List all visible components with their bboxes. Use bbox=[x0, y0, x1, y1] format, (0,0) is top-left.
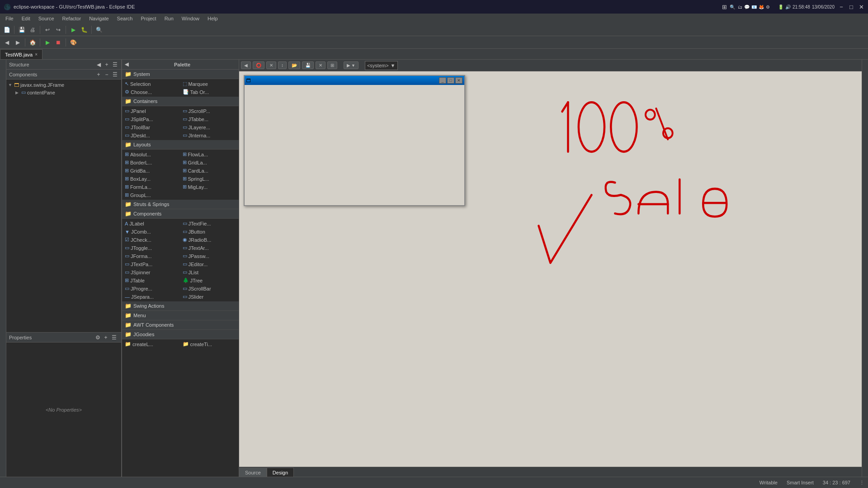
palette-flowla[interactable]: ⊞ FlowLa... bbox=[181, 150, 238, 158]
design-tab[interactable]: Design bbox=[267, 468, 294, 477]
palette-miglay[interactable]: ⊞ MigLay... bbox=[181, 183, 238, 191]
palette-jlist[interactable]: ▭ JList bbox=[181, 268, 238, 276]
debug-button[interactable]: 🐛 bbox=[79, 25, 89, 35]
run-button[interactable]: ▶ bbox=[68, 25, 78, 35]
palette-section-components[interactable]: 📁 Components bbox=[122, 209, 239, 219]
print-button[interactable]: 🖨 bbox=[28, 25, 38, 35]
jframe-minimize-btn[interactable]: _ bbox=[439, 77, 446, 84]
palette-btn[interactable]: 🎨 bbox=[68, 38, 78, 47]
forward-button[interactable]: ▶ bbox=[13, 38, 23, 47]
palette-jdeskt[interactable]: ▭ JDeskt... bbox=[123, 131, 180, 139]
tb-run[interactable]: ▶ bbox=[42, 38, 52, 47]
palette-groupl[interactable]: ⊞ GroupL... bbox=[123, 191, 180, 199]
palette-item-marquee[interactable]: ⬚ Marquee bbox=[181, 80, 238, 88]
add-component-btn[interactable]: + bbox=[95, 71, 102, 78]
palette-jsepara[interactable]: — JSepara... bbox=[123, 293, 180, 300]
canvas-fullscreen-btn[interactable]: ⊞ bbox=[327, 61, 337, 69]
palette-cardla[interactable]: ⊞ CardLa... bbox=[181, 167, 238, 174]
palette-item-choose[interactable]: ⚙ Choose... bbox=[123, 88, 180, 96]
props-btn-3[interactable]: ☰ bbox=[110, 334, 118, 341]
palette-borderl[interactable]: ⊞ BorderL... bbox=[123, 159, 180, 166]
canvas-move-btn[interactable]: ↕ bbox=[278, 61, 287, 69]
palette-jprogre[interactable]: ▭ JProgre... bbox=[123, 285, 180, 292]
palette-item-selection[interactable]: ↖ Selection bbox=[123, 80, 180, 88]
palette-section-jgoodies[interactable]: 📁 JGoodies bbox=[122, 330, 239, 339]
menu-file[interactable]: File bbox=[2, 15, 17, 22]
palette-jpassw[interactable]: ▭ JPassw... bbox=[181, 252, 238, 260]
tree-item-jframe[interactable]: ▼ 🗖 javax.swing.JFrame bbox=[6, 81, 121, 89]
palette-item-tabor[interactable]: 📑 Tab Or... bbox=[181, 88, 238, 96]
palette-jeditor[interactable]: ▭ JEditor... bbox=[181, 260, 238, 268]
palette-absolut[interactable]: ⊞ Absolut... bbox=[123, 150, 180, 158]
palette-gridba[interactable]: ⊞ GridBa... bbox=[123, 167, 180, 174]
status-menu-btn[interactable]: ⋮ bbox=[859, 480, 864, 486]
menu-source[interactable]: Source bbox=[35, 15, 58, 22]
menu-project[interactable]: Project bbox=[137, 15, 160, 22]
menu-refactor[interactable]: Refactor bbox=[59, 15, 85, 22]
palette-section-struts[interactable]: 📁 Struts & Springs bbox=[122, 200, 239, 209]
palette-section-swingactions[interactable]: 📁 Swing Actions bbox=[122, 301, 239, 311]
menu-search[interactable]: Search bbox=[113, 15, 137, 22]
palette-jslider[interactable]: ▭ JSlider bbox=[181, 293, 238, 300]
jframe-restore-btn[interactable]: □ bbox=[447, 77, 454, 84]
menu-window[interactable]: Window bbox=[178, 15, 203, 22]
palette-springl[interactable]: ⊞ SpringL... bbox=[181, 175, 238, 183]
palette-jforma[interactable]: ▭ JForma... bbox=[123, 252, 180, 260]
structure-collapse-btn[interactable]: ◀ bbox=[95, 61, 102, 68]
structure-menu-btn[interactable]: ☰ bbox=[111, 61, 118, 68]
editor-tab[interactable]: TestWB.java × bbox=[0, 49, 42, 59]
source-tab[interactable]: Source bbox=[239, 468, 267, 477]
palette-section-awt[interactable]: 📁 AWT Components bbox=[122, 320, 239, 330]
back-button[interactable]: ◀ bbox=[2, 38, 12, 47]
tb-stop[interactable]: ⏹ bbox=[53, 38, 63, 47]
palette-jbutton[interactable]: ▭ JButton bbox=[181, 228, 238, 235]
palette-section-menu[interactable]: 📁 Menu bbox=[122, 311, 239, 320]
minimize-button[interactable]: − bbox=[838, 4, 844, 10]
palette-jlabel[interactable]: A JLabel bbox=[123, 220, 180, 227]
palette-section-containers[interactable]: 📁 Containers bbox=[122, 97, 239, 106]
palette-createl[interactable]: 📁 createL... bbox=[123, 340, 180, 348]
palette-jtoggle[interactable]: ▭ JToggle... bbox=[123, 244, 180, 252]
structure-expand-btn[interactable]: + bbox=[103, 61, 110, 68]
home-button[interactable]: 🏠 bbox=[28, 38, 38, 47]
palette-jtabbe[interactable]: ▭ JTabbe... bbox=[181, 115, 238, 123]
menu-edit[interactable]: Edit bbox=[18, 15, 34, 22]
palette-jtoolbar[interactable]: ▭ JToolBar bbox=[123, 123, 180, 131]
palette-gridla[interactable]: ⊞ GridLa... bbox=[181, 159, 238, 166]
palette-jinterna[interactable]: ▭ JInterna... bbox=[181, 131, 238, 139]
palette-jcomb[interactable]: ▼ JComb... bbox=[123, 228, 180, 235]
canvas-save-btn[interactable]: 💾 bbox=[302, 61, 314, 69]
props-btn-2[interactable]: + bbox=[102, 334, 109, 341]
canvas-area[interactable]: 🗖 _ □ ✕ bbox=[239, 71, 862, 467]
maximize-button[interactable]: □ bbox=[848, 4, 854, 10]
new-button[interactable]: 📄 bbox=[2, 25, 12, 35]
save-button[interactable]: 💾 bbox=[17, 25, 27, 35]
palette-jtree[interactable]: 🌲 JTree bbox=[181, 277, 238, 284]
redo-button[interactable]: ↪ bbox=[53, 25, 63, 35]
tab-close-button[interactable]: × bbox=[35, 52, 38, 57]
palette-jscrollp[interactable]: ▭ JScrollP... bbox=[181, 107, 238, 115]
palette-jtextp[interactable]: ▭ JTextPa... bbox=[123, 260, 180, 268]
palette-jtextar[interactable]: ▭ JTextAr... bbox=[181, 244, 238, 252]
canvas-open-btn[interactable]: 📂 bbox=[288, 61, 300, 69]
palette-boxlay[interactable]: ⊞ BoxLay... bbox=[123, 175, 180, 183]
canvas-btn-3[interactable]: ✕ bbox=[266, 61, 276, 69]
palette-jtable[interactable]: ⊞ JTable bbox=[123, 277, 180, 284]
props-btn-1[interactable]: ⚙ bbox=[94, 334, 101, 341]
canvas-btn-1[interactable]: ◀ bbox=[241, 61, 251, 69]
palette-jscrollbar[interactable]: ▭ JScrollBar bbox=[181, 285, 238, 292]
close-button[interactable]: ✕ bbox=[858, 4, 864, 10]
canvas-close-btn[interactable]: ✕ bbox=[316, 61, 326, 69]
jframe-close-btn[interactable]: ✕ bbox=[455, 77, 462, 84]
menu-help[interactable]: Help bbox=[204, 15, 222, 22]
menu-navigate[interactable]: Navigate bbox=[85, 15, 112, 22]
tree-item-contentpane[interactable]: ▶ ▭ contentPane bbox=[6, 89, 121, 96]
palette-jtextfie[interactable]: ▭ JTextFie... bbox=[181, 220, 238, 227]
palette-jpanel[interactable]: ▭ JPanel bbox=[123, 107, 180, 115]
menu-run[interactable]: Run bbox=[161, 15, 177, 22]
palette-jcheck[interactable]: ☑ JCheck... bbox=[123, 236, 180, 244]
search-button[interactable]: 🔍 bbox=[94, 25, 104, 35]
system-combo[interactable]: <system> ▼ bbox=[365, 61, 398, 70]
palette-jradiob[interactable]: ◉ JRadioB... bbox=[181, 236, 238, 244]
palette-jlayere[interactable]: ▭ JLayere... bbox=[181, 123, 238, 131]
